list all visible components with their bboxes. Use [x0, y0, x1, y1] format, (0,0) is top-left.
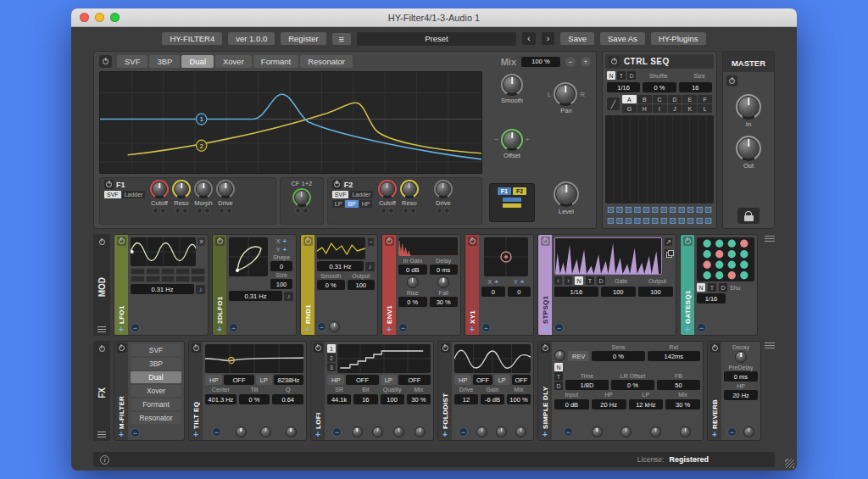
ctrl-seq-power-button[interactable]: [609, 56, 620, 67]
tab-resonator[interactable]: Resonator: [300, 55, 353, 68]
in-gain-value[interactable]: 0 dB: [398, 265, 427, 275]
lofi-hp-value[interactable]: OFF: [346, 375, 378, 385]
waveform-icon[interactable]: [131, 268, 145, 275]
filter-response-display[interactable]: 1 2: [99, 71, 482, 174]
dice-icon[interactable]: ⚄: [615, 206, 623, 214]
mod-assign-icon[interactable]: [197, 208, 203, 214]
f1-morph-knob[interactable]: [196, 181, 211, 197]
move-icon[interactable]: +: [119, 431, 124, 438]
dice-icon[interactable]: ⚄: [704, 206, 712, 214]
dice-icon[interactable]: ⚄: [625, 206, 632, 214]
tab-formant[interactable]: Formant: [253, 55, 298, 68]
size-value[interactable]: 16: [679, 82, 712, 92]
seq-slot[interactable]: G: [622, 104, 637, 113]
lofi-lp-value[interactable]: OFF: [398, 375, 431, 385]
dice-icon[interactable]: ⚄: [687, 217, 694, 226]
mod-assign-icon[interactable]: [226, 208, 232, 214]
dly-note-button[interactable]: N: [554, 363, 563, 371]
xy1-pad-display[interactable]: [484, 237, 528, 276]
f1-mode-svf-button[interactable]: SVF: [104, 191, 121, 198]
dice-icon[interactable]: ⚄: [704, 217, 712, 226]
tilteq-hp-button[interactable]: HP: [205, 375, 222, 385]
zoom-window-button[interactable]: [110, 13, 120, 22]
stpsq1-power-button[interactable]: [541, 237, 550, 246]
delay-value[interactable]: 0 ms: [430, 265, 459, 275]
mix-value[interactable]: 30 %: [665, 399, 700, 409]
mod-assign-icon[interactable]: [153, 208, 159, 214]
rnd1-display[interactable]: [317, 237, 365, 259]
tilt-value[interactable]: 0 %: [239, 394, 270, 404]
close-window-button[interactable]: [80, 13, 89, 22]
master-out-knob[interactable]: [737, 137, 760, 159]
reverb-power-button[interactable]: [710, 343, 720, 353]
master-power-button[interactable]: [726, 75, 737, 86]
f2-cutoff-knob[interactable]: [380, 181, 395, 197]
lr-offset-value[interactable]: 0 %: [611, 380, 654, 390]
remove-module-button[interactable]: −: [727, 427, 737, 437]
tab-3bp[interactable]: 3BP: [149, 55, 180, 68]
remove-module-button[interactable]: −: [564, 427, 573, 437]
dice-icon[interactable]: ⚄: [687, 206, 694, 214]
waveform-icon[interactable]: [146, 276, 160, 282]
remove-module-button[interactable]: −: [317, 322, 326, 331]
info-icon[interactable]: i: [100, 455, 109, 465]
bit-knob[interactable]: [372, 426, 383, 437]
folddist-lp-value[interactable]: OFF: [512, 375, 531, 385]
stpsq1-note-button[interactable]: N: [575, 276, 583, 285]
2dlfo1-power-button[interactable]: [215, 237, 225, 246]
gatesq1-note-button[interactable]: N: [697, 283, 705, 292]
move-icon[interactable]: +: [119, 326, 124, 333]
fall-value[interactable]: 30 %: [430, 297, 459, 307]
mix-knob[interactable]: [415, 426, 426, 437]
waveform-icon[interactable]: [191, 276, 205, 282]
seq-slot[interactable]: B: [637, 95, 652, 103]
gatesq1-triplet-button[interactable]: T: [708, 283, 716, 292]
tilteq-lp-button[interactable]: LP: [256, 375, 272, 385]
filter-power-button[interactable]: [99, 55, 112, 68]
seq-slot[interactable]: F: [698, 95, 712, 103]
center-value[interactable]: 401.3 Hz: [205, 394, 236, 404]
tilteq-hp-value[interactable]: OFF: [224, 375, 253, 385]
mod-assign-icon[interactable]: [410, 208, 416, 214]
mfilter-option-svf[interactable]: SVF: [131, 344, 181, 356]
move-icon[interactable]: +: [520, 278, 525, 286]
dice-icon[interactable]: ⚄: [660, 217, 668, 226]
remove-module-button[interactable]: −: [481, 323, 491, 332]
dice-icon[interactable]: ⚄: [643, 206, 650, 214]
dice-icon[interactable]: ⚄: [633, 217, 641, 226]
input-value[interactable]: 0 dB: [554, 399, 589, 409]
move-icon[interactable]: +: [315, 431, 320, 438]
level-knob[interactable]: [555, 183, 577, 205]
mod-assign-icon[interactable]: [403, 208, 409, 214]
save-button[interactable]: Save: [560, 32, 594, 45]
seq-slot[interactable]: I: [653, 104, 667, 113]
center-knob[interactable]: [236, 426, 247, 437]
folddist-hp-button[interactable]: HP: [454, 375, 471, 385]
y-value[interactable]: 0: [508, 287, 531, 297]
remove-module-button[interactable]: −: [459, 427, 468, 437]
waveform-icon[interactable]: [161, 268, 175, 275]
shift-right-icon[interactable]: ›: [565, 276, 572, 285]
f2-type-bp-button[interactable]: BP: [345, 200, 358, 208]
dice-icon[interactable]: ⚄: [651, 206, 659, 214]
reverb-hp-value[interactable]: 20 Hz: [724, 390, 758, 400]
stpsq1-display[interactable]: [554, 237, 662, 275]
f1-cutoff-knob[interactable]: [152, 181, 167, 197]
sync-icon[interactable]: ♪: [284, 292, 293, 301]
dice-icon[interactable]: ⚄: [615, 217, 623, 226]
remove-module-button[interactable]: −: [398, 323, 408, 332]
tab-dual[interactable]: Dual: [181, 55, 214, 68]
env1-display[interactable]: [398, 237, 458, 256]
lofi-lp-button[interactable]: LP: [381, 375, 397, 385]
fx-power-button[interactable]: [97, 343, 108, 354]
tilteq-power-button[interactable]: [192, 343, 201, 353]
mod-assign-icon[interactable]: [204, 208, 210, 214]
gatesq1-display[interactable]: [697, 237, 754, 281]
fb-value[interactable]: 50: [657, 380, 700, 390]
env1-power-button[interactable]: [385, 237, 394, 246]
duck-knob[interactable]: [554, 350, 565, 361]
f2-mode-ladder-button[interactable]: Ladder: [349, 191, 373, 198]
hp-knob[interactable]: [620, 426, 632, 437]
pan-knob[interactable]: [555, 84, 576, 104]
remove-module-button[interactable]: −: [229, 323, 238, 332]
